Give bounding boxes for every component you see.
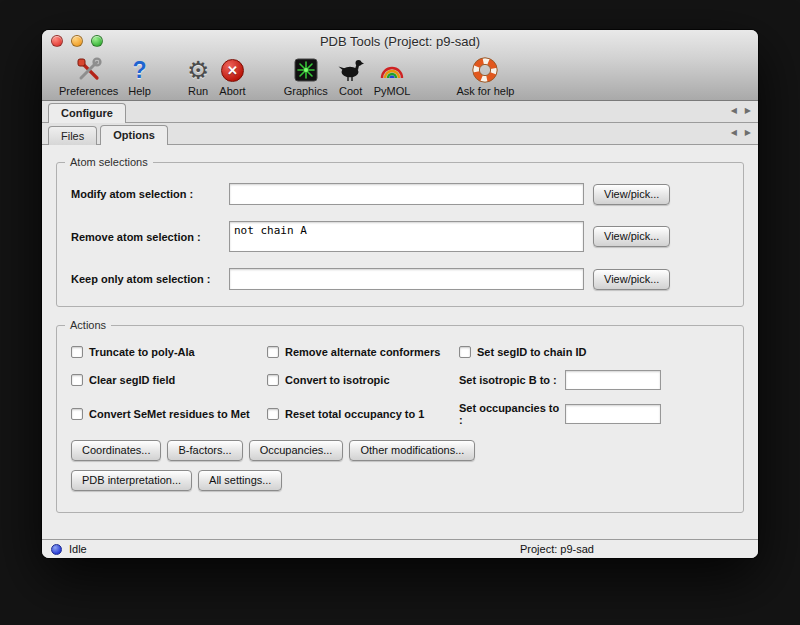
checkbox-icon[interactable] — [267, 346, 279, 358]
checkbox-remove-alternate-conformers[interactable]: Remove alternate conformers — [267, 346, 459, 358]
checkbox-icon[interactable] — [459, 346, 471, 358]
toolbar-item-run[interactable]: ⚙ Run — [182, 56, 214, 97]
group-title-atom-selections: Atom selections — [65, 156, 153, 168]
lifering-icon — [472, 56, 498, 84]
checkbox-reset-total-occupancy[interactable]: Reset total occupancy to 1 — [267, 408, 459, 420]
checkbox-label: Reset total occupancy to 1 — [285, 408, 424, 420]
minimize-button[interactable] — [71, 35, 83, 47]
set-isotropic-b-label: Set isotropic B to : — [459, 374, 565, 386]
toolbar-item-coot[interactable]: Coot — [333, 56, 369, 97]
modify-atom-selection-input[interactable] — [229, 183, 584, 205]
tab-scroll-arrows-outer: ◀ ▶ — [731, 106, 751, 115]
coordinates-button[interactable]: Coordinates... — [71, 440, 161, 461]
toolbar-item-graphics[interactable]: Graphics — [279, 56, 333, 97]
set-occupancies-field: Set occupancies to : — [459, 402, 729, 426]
project-label: Project: p9-sad — [520, 543, 594, 555]
set-occupancies-label: Set occupancies to : — [459, 402, 565, 426]
abort-icon: ✕ — [221, 56, 244, 84]
actions-buttons-row-2: PDB interpretation... All settings... — [71, 470, 729, 491]
checkbox-label: Remove alternate conformers — [285, 346, 440, 358]
toolbar-label-abort: Abort — [219, 85, 245, 97]
traffic-lights — [51, 35, 103, 47]
tabrow-inner: Files Options ◀ ▶ — [42, 123, 758, 145]
toolbar-item-preferences[interactable]: Preferences — [54, 56, 123, 97]
actions-buttons-row-1: Coordinates... B-factors... Occupancies.… — [71, 440, 729, 461]
gear-icon: ⚙ — [187, 56, 209, 84]
checkbox-icon[interactable] — [267, 408, 279, 420]
group-title-actions: Actions — [65, 319, 111, 331]
checkbox-label: Convert SeMet residues to Met — [89, 408, 250, 420]
set-occupancies-input[interactable] — [565, 404, 661, 424]
toolbar-item-ask-for-help[interactable]: Ask for help — [451, 56, 519, 97]
toolbar: Preferences ? Help ⚙ Run ✕ Abort — [42, 52, 758, 100]
other-modifications-button[interactable]: Other modifications... — [349, 440, 475, 461]
modify-atom-selection-row: Modify atom selection : View/pick... — [71, 183, 729, 205]
b-factors-button[interactable]: B-factors... — [167, 440, 242, 461]
close-button[interactable] — [51, 35, 63, 47]
all-settings-button[interactable]: All settings... — [198, 470, 282, 491]
tab-scroll-right-icon[interactable]: ▶ — [745, 128, 751, 137]
status-bar: Idle Project: p9-sad — [42, 539, 758, 558]
tab-options[interactable]: Options — [100, 125, 168, 145]
toolbar-item-help[interactable]: ? Help — [123, 56, 156, 97]
set-isotropic-b-input[interactable] — [565, 370, 661, 390]
status-indicator-icon — [51, 544, 62, 555]
toolbar-label-help: Help — [128, 85, 151, 97]
pdb-tools-window: PDB Tools (Project: p9-sad) Preferences … — [42, 30, 758, 558]
checkbox-label: Convert to isotropic — [285, 374, 390, 386]
toolbar-item-abort[interactable]: ✕ Abort — [214, 56, 250, 97]
status-text: Idle — [69, 543, 87, 555]
checkbox-icon[interactable] — [71, 346, 83, 358]
occupancies-button[interactable]: Occupancies... — [249, 440, 344, 461]
tab-files[interactable]: Files — [48, 126, 97, 145]
tab-scroll-arrows-inner: ◀ ▶ — [731, 128, 751, 137]
checkbox-clear-segid-field[interactable]: Clear segID field — [71, 374, 267, 386]
set-isotropic-b-field: Set isotropic B to : — [459, 370, 729, 390]
tab-scroll-right-icon[interactable]: ▶ — [745, 106, 751, 115]
pymol-icon — [379, 56, 405, 84]
modify-atom-selection-label: Modify atom selection : — [71, 188, 229, 200]
remove-atom-selection-row: Remove atom selection : not chain A View… — [71, 221, 729, 252]
toolbar-label-graphics: Graphics — [284, 85, 328, 97]
keep-only-atom-selection-row: Keep only atom selection : View/pick... — [71, 268, 729, 290]
checkbox-truncate-poly-ala[interactable]: Truncate to poly-Ala — [71, 346, 267, 358]
pdb-interpretation-button[interactable]: PDB interpretation... — [71, 470, 192, 491]
actions-group: Actions Truncate to poly-Ala Remove alte… — [56, 325, 744, 513]
toolbar-item-pymol[interactable]: PyMOL — [369, 56, 416, 97]
tabrow-outer: Configure ◀ ▶ — [42, 101, 758, 123]
keep-only-view-pick-button[interactable]: View/pick... — [593, 269, 670, 290]
checkbox-label: Truncate to poly-Ala — [89, 346, 195, 358]
toolbar-label-coot: Coot — [339, 85, 362, 97]
checkbox-icon[interactable] — [71, 374, 83, 386]
help-icon: ? — [133, 56, 147, 84]
window-title: PDB Tools (Project: p9-sad) — [320, 34, 480, 49]
checkbox-convert-to-isotropic[interactable]: Convert to isotropic — [267, 374, 459, 386]
remove-view-pick-button[interactable]: View/pick... — [593, 226, 670, 247]
tab-configure[interactable]: Configure — [48, 103, 126, 123]
keep-only-atom-selection-input[interactable] — [229, 268, 584, 290]
toolbar-label-pymol: PyMOL — [374, 85, 411, 97]
remove-atom-selection-label: Remove atom selection : — [71, 231, 229, 243]
checkbox-convert-semet-to-met[interactable]: Convert SeMet residues to Met — [71, 408, 267, 420]
options-panel: Atom selections Modify atom selection : … — [42, 145, 758, 539]
toolbar-label-preferences: Preferences — [59, 85, 118, 97]
checkbox-label: Set segID to chain ID — [477, 346, 586, 358]
toolbar-label-ask-for-help: Ask for help — [456, 85, 514, 97]
checkbox-icon[interactable] — [267, 374, 279, 386]
checkbox-icon[interactable] — [71, 408, 83, 420]
atom-selections-group: Atom selections Modify atom selection : … — [56, 162, 744, 307]
window-chrome: PDB Tools (Project: p9-sad) Preferences … — [42, 30, 758, 101]
modify-view-pick-button[interactable]: View/pick... — [593, 184, 670, 205]
zoom-button[interactable] — [91, 35, 103, 47]
coot-bird-icon — [338, 56, 364, 84]
actions-grid: Truncate to poly-Ala Remove alternate co… — [71, 346, 729, 426]
checkbox-set-segid-to-chain-id[interactable]: Set segID to chain ID — [459, 346, 729, 358]
tools-icon — [76, 56, 102, 84]
tab-scroll-left-icon[interactable]: ◀ — [731, 128, 737, 137]
checkbox-label: Clear segID field — [89, 374, 175, 386]
tab-scroll-left-icon[interactable]: ◀ — [731, 106, 737, 115]
keep-only-atom-selection-label: Keep only atom selection : — [71, 273, 229, 285]
titlebar[interactable]: PDB Tools (Project: p9-sad) — [42, 30, 758, 52]
graphics-icon — [294, 56, 318, 84]
remove-atom-selection-input[interactable]: not chain A — [229, 221, 584, 252]
